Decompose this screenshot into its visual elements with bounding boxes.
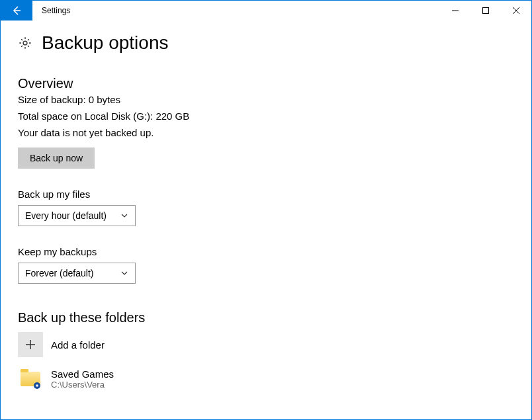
close-button[interactable] <box>501 1 531 21</box>
page-title: Backup options <box>42 32 168 54</box>
back-arrow-icon <box>11 5 22 16</box>
folder-icon <box>18 366 43 392</box>
chevron-down-icon <box>120 269 128 277</box>
svg-point-5 <box>23 41 27 45</box>
retention-dropdown[interactable]: Forever (default) <box>18 263 136 284</box>
chevron-down-icon <box>120 212 128 220</box>
frequency-value: Every hour (default) <box>25 210 107 221</box>
minimize-button[interactable] <box>440 1 470 21</box>
overlay-config-icon <box>32 381 42 390</box>
folder-item[interactable]: Saved Games C:\Users\Vera <box>18 366 514 392</box>
backup-status-text: Your data is not yet backed up. <box>18 127 514 138</box>
gear-icon <box>18 36 32 50</box>
close-icon <box>513 7 519 14</box>
folders-heading: Back up these folders <box>18 310 514 325</box>
add-folder-button[interactable]: Add a folder <box>18 332 514 357</box>
minimize-icon <box>452 7 459 14</box>
folder-name: Saved Games <box>51 368 114 380</box>
folder-path: C:\Users\Vera <box>51 380 114 390</box>
backup-size-text: Size of backup: 0 bytes <box>18 94 514 105</box>
retention-value: Forever (default) <box>25 268 93 278</box>
add-folder-label: Add a folder <box>51 339 105 351</box>
maximize-icon <box>482 7 489 14</box>
overview-heading: Overview <box>18 76 514 91</box>
backup-now-button[interactable]: Back up now <box>18 147 95 169</box>
retention-label: Keep my backups <box>18 246 514 257</box>
frequency-label: Back up my files <box>18 189 514 200</box>
svg-rect-2 <box>483 8 489 14</box>
maximize-button[interactable] <box>470 1 501 21</box>
disk-space-text: Total space on Local Disk (G:): 220 GB <box>18 110 514 122</box>
frequency-dropdown[interactable]: Every hour (default) <box>18 205 136 226</box>
svg-point-9 <box>36 384 38 387</box>
app-title: Settings <box>32 1 440 21</box>
plus-icon <box>24 339 36 351</box>
back-button[interactable] <box>1 1 32 21</box>
